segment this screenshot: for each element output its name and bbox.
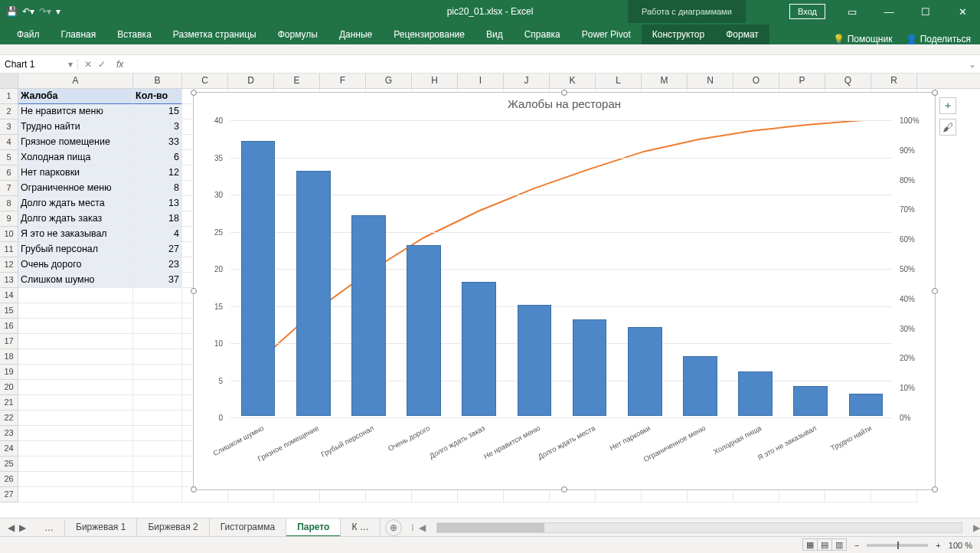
cell[interactable] xyxy=(133,441,182,456)
worksheet-grid[interactable]: ABCDEFGHIJKLMNOPQR 1ЖалобаКол-во2Не нрав… xyxy=(0,74,980,502)
cell[interactable] xyxy=(133,472,182,487)
close-icon[interactable]: ✕ xyxy=(945,0,980,23)
row-header[interactable]: 20 xyxy=(0,380,18,395)
select-all-corner[interactable] xyxy=(0,74,18,88)
sheet-tab[interactable]: Биржевая 1 xyxy=(65,519,137,537)
cell[interactable] xyxy=(133,303,182,319)
col-header[interactable]: N xyxy=(688,74,733,88)
view-buttons[interactable]: ▦▤▥ xyxy=(803,540,847,550)
cell[interactable]: Жалоба xyxy=(18,89,133,104)
col-header[interactable]: C xyxy=(182,74,228,88)
ribbon-options-icon[interactable]: ▭ xyxy=(835,0,870,23)
cell[interactable] xyxy=(18,456,133,472)
ribbon-tab-формат[interactable]: Формат xyxy=(715,25,769,44)
maximize-icon[interactable]: ☐ xyxy=(908,0,943,23)
cell[interactable] xyxy=(18,288,133,303)
chart-bar[interactable] xyxy=(518,305,552,417)
row-header[interactable]: 9 xyxy=(0,211,18,227)
chart-bar[interactable] xyxy=(241,141,276,416)
row-header[interactable]: 17 xyxy=(0,334,18,349)
row-header[interactable]: 23 xyxy=(0,426,18,441)
cell[interactable] xyxy=(133,411,182,426)
cell[interactable] xyxy=(133,365,182,380)
share-button[interactable]: 👤 Поделиться xyxy=(906,34,971,44)
row-header[interactable]: 6 xyxy=(0,165,18,181)
sheet-tab[interactable]: Гистограмма xyxy=(210,519,286,537)
zoom-out[interactable]: − xyxy=(854,541,859,550)
row-header[interactable]: 11 xyxy=(0,242,18,257)
chart-styles-button[interactable]: 🖌 xyxy=(939,119,956,136)
cell[interactable] xyxy=(133,456,182,472)
row-header[interactable]: 3 xyxy=(0,119,18,135)
cancel-formula-icon[interactable]: ✕ xyxy=(84,59,92,70)
row-header[interactable]: 22 xyxy=(0,411,18,426)
row-header[interactable]: 10 xyxy=(0,227,18,242)
cell[interactable] xyxy=(18,365,133,380)
cell[interactable]: Грубый персонал xyxy=(18,242,133,257)
formula-expand-icon[interactable]: ⌄ xyxy=(965,59,980,70)
row-header[interactable]: 21 xyxy=(0,395,18,411)
add-sheet-button[interactable]: ⊕ xyxy=(385,519,402,536)
cell[interactable]: 33 xyxy=(133,135,182,150)
zoom-in[interactable]: + xyxy=(936,541,940,550)
sheet-tab[interactable]: Биржевая 2 xyxy=(137,519,209,537)
cell[interactable]: 8 xyxy=(133,181,182,196)
cell[interactable] xyxy=(18,319,133,334)
cell[interactable] xyxy=(18,303,133,319)
row-header[interactable]: 13 xyxy=(0,273,18,288)
col-header[interactable]: B xyxy=(133,74,182,88)
cell[interactable]: Очень дорого xyxy=(18,257,133,273)
cell[interactable]: Слишком шумно xyxy=(18,273,133,288)
ribbon-tab-power-pivot[interactable]: Power Pivot xyxy=(571,25,642,44)
sheet-tab[interactable]: Парето xyxy=(286,519,341,537)
col-header[interactable]: K xyxy=(550,74,596,88)
hscroll-right[interactable]: ▶ xyxy=(973,522,980,533)
cell[interactable] xyxy=(18,380,133,395)
zoom-level[interactable]: 100 % xyxy=(949,541,972,550)
row-header[interactable]: 27 xyxy=(0,487,18,502)
cell[interactable] xyxy=(133,334,182,349)
cell[interactable]: Долго ждать заказ xyxy=(18,211,133,227)
col-header[interactable]: L xyxy=(596,74,642,88)
cell[interactable]: 4 xyxy=(133,227,182,242)
row-header[interactable]: 4 xyxy=(0,135,18,150)
ribbon-tab-вид[interactable]: Вид xyxy=(475,25,514,44)
row-header[interactable]: 16 xyxy=(0,319,18,334)
login-button[interactable]: Вход xyxy=(789,4,825,19)
row-header[interactable]: 8 xyxy=(0,196,18,211)
ribbon-tab-рецензирование[interactable]: Рецензирование xyxy=(383,25,475,44)
chart-bar[interactable] xyxy=(462,282,496,416)
confirm-formula-icon[interactable]: ✓ xyxy=(98,59,106,70)
cell[interactable] xyxy=(133,487,182,502)
chart-plot-area[interactable]: Слишком шумноГрязное помещениеГрубый пер… xyxy=(230,120,892,416)
row-header[interactable]: 2 xyxy=(0,104,18,119)
chart-bar[interactable] xyxy=(296,171,331,416)
undo-icon[interactable]: ↶▾ xyxy=(22,6,34,17)
row-header[interactable]: 1 xyxy=(0,89,18,104)
col-header[interactable]: O xyxy=(733,74,779,88)
cell[interactable] xyxy=(18,426,133,441)
minimize-icon[interactable]: — xyxy=(871,0,906,23)
row-header[interactable]: 18 xyxy=(0,349,18,365)
chart-bar[interactable] xyxy=(793,386,828,416)
col-header[interactable]: H xyxy=(412,74,458,88)
save-icon[interactable]: 💾 xyxy=(6,6,18,17)
chart-bar[interactable] xyxy=(351,215,386,416)
row-header[interactable]: 12 xyxy=(0,257,18,273)
cell[interactable]: 15 xyxy=(133,104,182,119)
pareto-line[interactable] xyxy=(259,120,864,361)
cell[interactable] xyxy=(133,380,182,395)
ribbon-tab-конструктор[interactable]: Конструктор xyxy=(642,25,715,44)
cell[interactable]: 27 xyxy=(133,242,182,257)
cell[interactable]: Долго ждать места xyxy=(18,196,133,211)
name-box[interactable]: Chart 1▾ xyxy=(0,59,78,70)
ribbon-tab-разметка-страницы[interactable]: Разметка страницы xyxy=(162,25,267,44)
row-header[interactable]: 25 xyxy=(0,456,18,472)
cell[interactable] xyxy=(18,472,133,487)
cell[interactable] xyxy=(133,426,182,441)
sheet-overflow[interactable]: … xyxy=(34,519,65,536)
cell[interactable]: 18 xyxy=(133,211,182,227)
cell[interactable]: Я это не заказывал xyxy=(18,227,133,242)
col-header[interactable]: P xyxy=(779,74,825,88)
row-header[interactable]: 5 xyxy=(0,150,18,165)
